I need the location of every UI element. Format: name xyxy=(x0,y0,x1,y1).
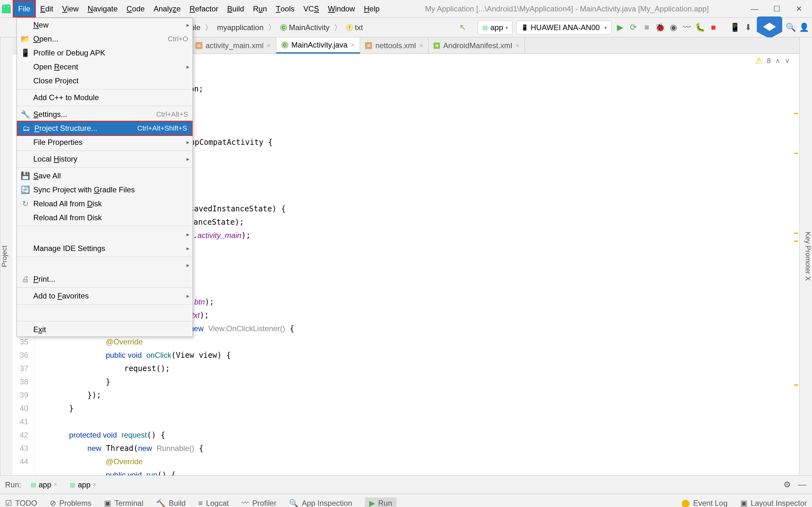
tool-tab-logcat[interactable]: ≡Logcat xyxy=(198,499,229,507)
tool-tab-build[interactable]: 🔨Build xyxy=(156,499,186,507)
close-icon[interactable]: × xyxy=(93,481,96,488)
android-logo-icon xyxy=(2,4,11,13)
xml-icon: xl xyxy=(195,42,202,49)
menu-window[interactable]: Window xyxy=(323,0,359,17)
menu-item-local-history[interactable]: Local History▸ xyxy=(17,152,193,166)
close-icon[interactable]: × xyxy=(54,481,57,488)
tool-tab-layout-inspector[interactable]: ▣Layout Inspector xyxy=(740,499,807,507)
toolbar-right: ↖ ▤ app ▾ 📱 HUAWEI ANA-AN00 ▾ ▶ ⟳ ≡ 🐞 ◉ … xyxy=(458,16,809,39)
menu-item-new-projects-settings[interactable]: Manage IDE Settings▸ xyxy=(17,241,193,256)
left-tool-window-bar: Project Resource Manager Structure Favor… xyxy=(0,38,13,475)
tool-tab-problems[interactable]: ⊘Problems xyxy=(50,499,91,507)
run-icon[interactable]: ▶ xyxy=(615,23,625,32)
debug-icon[interactable]: 🐞 xyxy=(655,23,665,32)
java-class-icon: C xyxy=(281,42,288,49)
menu-item-open[interactable]: 📂Open...Ctrl+O xyxy=(17,32,193,46)
warning-count: 8 xyxy=(767,57,771,65)
xml-icon: xl xyxy=(365,42,372,49)
menu-item-export[interactable]: ▸ xyxy=(17,258,193,272)
menu-file[interactable]: File xyxy=(13,0,36,17)
apply-code-changes-icon[interactable]: ≡ xyxy=(642,23,652,32)
prev-highlight-icon[interactable]: ∧ xyxy=(775,57,780,65)
app-logo-icon xyxy=(757,16,782,39)
device-combo[interactable]: 📱 HUAWEI ANA-AN00 ▾ xyxy=(516,20,612,35)
tab-nettools-xml[interactable]: xlnettools.xml× xyxy=(360,38,428,54)
tool-tab-app-inspection[interactable]: 🔍App Inspection xyxy=(289,499,352,507)
menu-vcs[interactable]: VCS xyxy=(299,0,323,17)
rail-project[interactable]: Project xyxy=(0,245,9,267)
breadcrumb-item[interactable]: CMainActivity xyxy=(277,22,333,33)
minimize-button[interactable]: — xyxy=(750,4,759,14)
tab-mainactivity-java[interactable]: CMainActivity.java× xyxy=(276,38,360,54)
close-icon[interactable]: × xyxy=(515,42,519,50)
breadcrumbs: ple〉 myapplication〉 CMainActivity〉 ftxt xyxy=(187,22,366,33)
tool-tab-profiler[interactable]: 〰Profiler xyxy=(241,499,276,507)
avd-manager-icon[interactable]: 📱 xyxy=(730,23,740,32)
menu-item-add-favorites[interactable]: Add to Favorites▸ xyxy=(17,289,193,303)
menu-item-profile-apk[interactable]: 📱Profile or Debug APK xyxy=(17,46,193,60)
rail-key-promoter-x[interactable]: Key Promoter X xyxy=(804,232,812,281)
run-tab-app-1[interactable]: ▤app× xyxy=(28,479,61,491)
next-highlight-icon[interactable]: ∨ xyxy=(785,57,790,65)
profiler-icon[interactable]: 〰 xyxy=(682,23,692,32)
error-stripe[interactable] xyxy=(794,73,798,472)
search-icon[interactable]: 🔍 xyxy=(786,23,796,32)
editor-inspection-widget[interactable]: ⚠ 8 ∧ ∨ xyxy=(755,56,790,66)
menu-item-sync-gradle[interactable]: 🔄Sync Project with Gradle Files xyxy=(17,183,193,197)
menu-item-project-structure[interactable]: 🗂Project Structure...Ctrl+Alt+Shift+S xyxy=(17,121,193,136)
close-icon[interactable]: × xyxy=(351,41,355,49)
menu-tools[interactable]: Tools xyxy=(271,0,299,17)
maximize-button[interactable]: ☐ xyxy=(772,4,781,14)
menu-item-file-properties[interactable]: File Properties▸ xyxy=(17,135,193,149)
menu-item-exit[interactable]: Exit xyxy=(17,323,193,337)
menu-item-manage-ide-settings[interactable]: ▸ xyxy=(17,228,193,241)
user-icon[interactable]: 👤 xyxy=(799,23,809,32)
tool-tab-todo[interactable]: ☑TODO xyxy=(5,499,37,507)
tab-androidmanifest-xml[interactable]: MAndroidManifest.xml× xyxy=(428,38,525,54)
menu-refactor[interactable]: Refactor xyxy=(185,0,223,17)
close-icon[interactable]: × xyxy=(419,42,423,50)
menu-item-print[interactable]: 🖨Print... xyxy=(17,272,193,286)
settings-icon[interactable]: ⚙ xyxy=(782,480,792,490)
menu-item-invalidate-caches[interactable]: Reload All from Disk xyxy=(17,211,193,225)
right-tool-window-bar: Key Promoter X Gradle Emulator Device Fi… xyxy=(799,38,812,475)
tool-tab-terminal[interactable]: ▣Terminal xyxy=(104,499,143,507)
bottom-tool-window-bar: ☑TODO ⊘Problems ▣Terminal 🔨Build ≡Logcat… xyxy=(0,494,812,507)
menu-view[interactable]: View xyxy=(58,0,83,17)
breadcrumb-item[interactable]: ftxt xyxy=(343,22,366,33)
sdk-manager-icon[interactable]: ⬇ xyxy=(744,23,753,32)
close-button[interactable]: ✕ xyxy=(794,4,804,14)
tool-tab-run[interactable]: ▶Run xyxy=(365,498,397,507)
attach-debugger-icon[interactable]: 🐛 xyxy=(695,23,705,32)
minimize-panel-icon[interactable]: — xyxy=(798,480,807,490)
menu-item-add-cpp[interactable]: Add C++ to Module xyxy=(17,91,193,105)
back-arrow-icon[interactable]: ↖ xyxy=(458,23,467,32)
stop-icon[interactable]: ■ xyxy=(709,23,718,32)
menu-code[interactable]: Code xyxy=(122,0,149,17)
menu-item-save-all[interactable]: 💾Save All xyxy=(17,169,193,183)
menu-item-new[interactable]: New▸ xyxy=(17,18,193,32)
close-icon[interactable]: × xyxy=(267,42,271,50)
menu-help[interactable]: Help xyxy=(359,0,384,17)
run-config-combo[interactable]: ▤ app ▾ xyxy=(478,20,513,35)
tab-activity-main-xml[interactable]: xlactivity_main.xml× xyxy=(190,38,276,54)
menu-navigate[interactable]: Navigate xyxy=(83,0,122,17)
menu-run[interactable]: Run xyxy=(249,0,271,17)
run-tab-app-2[interactable]: ▤app× xyxy=(67,479,100,491)
menu-item-close-project[interactable]: Close Project xyxy=(17,74,193,88)
menu-analyze[interactable]: Analyze xyxy=(149,0,185,17)
warning-icon: ⚠ xyxy=(755,56,763,66)
menu-item-settings[interactable]: 🔧Settings...Ctrl+Alt+S xyxy=(17,107,193,121)
tool-tab-event-log[interactable]: ⬤Event Log xyxy=(681,499,727,507)
apply-changes-icon[interactable]: ⟳ xyxy=(629,23,638,32)
menu-item-open-recent[interactable]: Open Recent▸ xyxy=(17,60,193,74)
breadcrumb-item[interactable]: myapplication xyxy=(214,22,267,33)
coverage-icon[interactable]: ◉ xyxy=(669,23,678,32)
menu-item-power-save[interactable] xyxy=(17,306,193,320)
file-menu-dropdown: New▸ 📂Open...Ctrl+O 📱Profile or Debug AP… xyxy=(16,18,193,337)
menu-item-reload-disk[interactable]: ↻Reload All from Disk xyxy=(17,197,193,211)
run-label: Run: xyxy=(5,481,21,489)
menu-edit[interactable]: Edit xyxy=(36,0,58,17)
menu-build[interactable]: Build xyxy=(223,0,248,17)
run-tool-window-header: Run: ▤app× ▤app× ⚙ — xyxy=(0,475,812,494)
